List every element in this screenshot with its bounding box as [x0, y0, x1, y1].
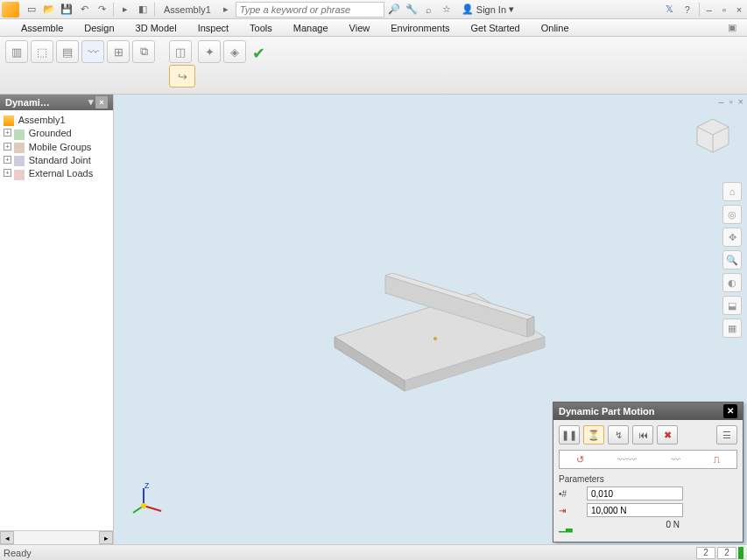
ribbon-tool-4[interactable]: 〰 — [81, 40, 104, 63]
expand-icon[interactable]: + — [4, 169, 11, 177]
model-tree[interactable]: Assembly1 + Grounded + Mobile Groups + S… — [0, 110, 113, 530]
hscrollbar[interactable]: ◂ ▸ — [0, 530, 113, 544]
menu-inspect[interactable]: Inspect — [187, 21, 239, 35]
stop-button[interactable]: ✖ — [657, 425, 678, 444]
favorite-icon[interactable]: ☆ — [439, 2, 455, 18]
settings-button[interactable]: ☰ — [716, 425, 737, 444]
impulse-icon[interactable]: ↺ — [576, 454, 584, 466]
step-input[interactable] — [587, 486, 683, 500]
qat-new-icon[interactable]: ▭ — [24, 2, 39, 18]
pause-button[interactable]: ❚❚ — [559, 425, 580, 444]
vp-restore-icon[interactable]: ▫ — [729, 96, 733, 107]
menu-environments[interactable]: Environments — [380, 21, 460, 35]
ribbon-tool-1[interactable]: ▥ — [5, 40, 28, 63]
view-cube[interactable] — [693, 116, 733, 156]
search-key-icon[interactable]: ⌕ — [421, 2, 437, 18]
scroll-left-icon[interactable]: ◂ — [0, 531, 14, 544]
qat-material-icon[interactable]: ◧ — [135, 2, 151, 18]
tree-root[interactable]: Assembly1 — [2, 114, 111, 127]
step-button[interactable]: ↯ — [608, 425, 629, 444]
ribbon-tool-5[interactable]: ⊞ — [107, 40, 130, 63]
qat-open-icon[interactable]: 📂 — [41, 2, 57, 18]
tree-item-grounded[interactable]: + Grounded — [2, 127, 111, 140]
menu-3dmodel[interactable]: 3D Model — [125, 21, 187, 35]
tree-item-loads[interactable]: + External Loads — [2, 167, 111, 180]
nav-pan-icon[interactable]: ✥ — [722, 228, 742, 247]
menu-view[interactable]: View — [339, 21, 381, 35]
restore-icon[interactable]: ▫ — [718, 4, 730, 15]
dynamic-part-motion-panel[interactable]: Dynamic Part Motion ✕ ❚❚ ⏳ ↯ ⏮ ✖ ☰ ↺ 〰〰 … — [553, 402, 743, 542]
sign-in-button[interactable]: 👤 Sign In ▾ — [456, 4, 519, 15]
help-icon[interactable]: ? — [680, 2, 695, 18]
search-tools-icon[interactable]: 🔧 — [404, 2, 419, 18]
panel-close-icon[interactable]: ✕ — [723, 404, 737, 418]
run-button[interactable]: ⏳ — [583, 425, 604, 444]
expand-icon[interactable]: + — [4, 143, 11, 150]
readout-icon: ▁▃ — [559, 522, 581, 532]
menu-getstarted[interactable]: Get Started — [460, 21, 530, 35]
motion-mode-selector[interactable]: ↺ 〰〰 〰 ⎍ — [559, 450, 737, 469]
tree-item-mobile[interactable]: + Mobile Groups — [2, 141, 111, 154]
finish-check-icon[interactable]: ✔ — [249, 40, 269, 66]
damped-icon[interactable]: 〰 — [671, 454, 680, 465]
tree-item-label: Mobile Groups — [29, 142, 92, 152]
sine-icon[interactable]: 〰〰 — [617, 454, 637, 465]
menu-design[interactable]: Design — [74, 21, 124, 35]
separator — [154, 3, 155, 17]
nav-zoom-icon[interactable]: 🔍 — [722, 250, 742, 270]
app-icon — [2, 2, 19, 18]
svg-line-9 — [144, 506, 161, 511]
tree-root-label: Assembly1 — [18, 115, 66, 125]
side-panel-title-bar[interactable]: Dynami… ▾ × — [0, 94, 113, 110]
assembly-icon — [4, 116, 14, 126]
ribbon-tool-2[interactable]: ⬚ — [31, 40, 53, 63]
nav-orbit-icon[interactable]: ◎ — [722, 205, 742, 224]
rewind-button[interactable]: ⏮ — [632, 425, 653, 444]
status-cell-1[interactable]: 2 — [696, 547, 715, 559]
nav-home-icon[interactable]: ⌂ — [722, 182, 742, 201]
panel-title-bar[interactable]: Dynamic Part Motion ✕ — [553, 402, 743, 420]
nav-tool2-icon[interactable]: ▦ — [722, 318, 742, 338]
pulse-icon[interactable]: ⎍ — [714, 454, 720, 465]
side-panel-close-icon[interactable]: × — [95, 96, 108, 108]
menu-manage[interactable]: Manage — [283, 21, 339, 35]
axis-triad-icon: z — [131, 483, 166, 518]
minimize-icon[interactable]: – — [703, 4, 715, 15]
menu-assemble[interactable]: Assemble — [11, 21, 74, 35]
vp-minimize-icon[interactable]: – — [719, 96, 724, 107]
scroll-right-icon[interactable]: ▸ — [99, 531, 113, 544]
expand-icon[interactable]: + — [4, 156, 11, 164]
ribbon-expand-icon[interactable]: ▣ — [728, 22, 736, 33]
force-input[interactable] — [587, 503, 683, 517]
ribbon-tool-8[interactable]: ✦ — [198, 40, 221, 63]
ribbon-tool-7[interactable]: ◫ — [169, 40, 192, 63]
nav-tool-icon[interactable]: ⬓ — [722, 296, 742, 315]
chevron-down-icon: ▾ — [509, 4, 514, 15]
qat-undo-icon[interactable]: ↶ — [76, 2, 92, 18]
vp-close-icon[interactable]: × — [738, 96, 743, 107]
qat-select-icon[interactable]: ▸ — [117, 2, 133, 18]
expand-icon[interactable]: + — [4, 129, 11, 136]
menu-online[interactable]: Online — [531, 21, 580, 35]
nav-look-icon[interactable]: ◐ — [722, 273, 742, 292]
menu-tools[interactable]: Tools — [239, 21, 283, 35]
ribbon-tool-3[interactable]: ▤ — [56, 40, 79, 63]
svg-point-8 — [433, 337, 437, 340]
doc-dropdown-icon[interactable]: ▸ — [218, 2, 234, 18]
ribbon-tool-9[interactable]: ◈ — [223, 40, 246, 63]
model-view — [282, 223, 580, 416]
chevron-down-icon[interactable]: ▾ — [88, 96, 94, 108]
qat-save-icon[interactable]: 💾 — [59, 2, 74, 18]
svg-point-12 — [141, 503, 146, 508]
ribbon-tool-main[interactable]: ↪ — [169, 65, 195, 88]
ribbon-tool-6[interactable]: ⧉ — [132, 40, 155, 63]
search-icon[interactable]: 🔎 — [386, 2, 402, 18]
tree-item-joints[interactable]: + Standard Joint — [2, 154, 111, 167]
scroll-track[interactable] — [14, 531, 99, 544]
exchange-icon[interactable]: 𝕏 — [662, 2, 678, 18]
close-icon[interactable]: × — [733, 4, 745, 15]
document-name: Assembly1 — [159, 4, 216, 15]
qat-redo-icon[interactable]: ↷ — [94, 2, 109, 18]
status-cell-2[interactable]: 2 — [717, 547, 736, 559]
search-input[interactable] — [236, 2, 384, 18]
